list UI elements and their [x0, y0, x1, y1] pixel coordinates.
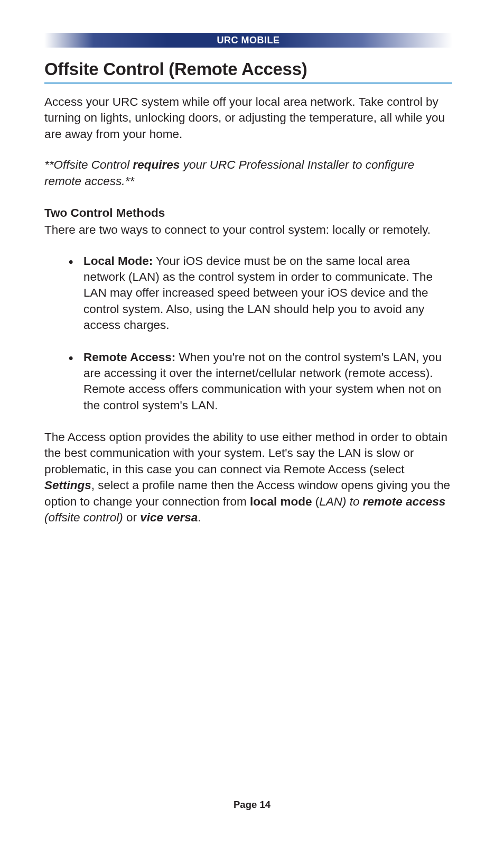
- closing-vice-versa: vice versa: [140, 511, 198, 524]
- subhead: Two Control Methods: [44, 205, 452, 221]
- intro-paragraph: Access your URC system while off your lo…: [44, 94, 452, 142]
- page-footer: Page 14: [0, 799, 504, 811]
- page: URC MOBILE Offsite Control (Remote Acces…: [0, 0, 504, 854]
- closing-local-mode: local mode: [250, 495, 312, 508]
- closing-settings: Settings: [44, 479, 91, 492]
- list-item: Local Mode: Your iOS device must be on t…: [69, 253, 452, 334]
- header-label-main: URC M: [217, 35, 249, 45]
- bullet-label: Remote Access:: [83, 351, 175, 364]
- header-label-sc: OBILE: [249, 35, 280, 45]
- list-item: Remote Access: When you're not on the co…: [69, 350, 452, 414]
- header-label: URC MOBILE: [217, 35, 279, 46]
- note-requires: requires: [133, 158, 180, 171]
- closing-p4: or: [123, 511, 141, 524]
- closing-p1: The Access option provides the ability t…: [44, 430, 447, 476]
- bullet-label: Local Mode:: [83, 254, 153, 268]
- closing-p3: (: [312, 495, 320, 508]
- closing-offsite: (offsite control): [44, 511, 123, 524]
- closing-paragraph: The Access option provides the ability t…: [44, 429, 452, 526]
- header-bar: URC MOBILE: [44, 33, 452, 48]
- closing-remote-access: remote access: [363, 495, 445, 508]
- bullet-list: Local Mode: Your iOS device must be on t…: [44, 253, 452, 414]
- note-paragraph: **Offsite Control requires your URC Prof…: [44, 157, 452, 189]
- closing-lan: LAN) to: [319, 495, 363, 508]
- note-pre: **Offsite Control: [44, 158, 133, 171]
- methods-intro: There are two ways to connect to your co…: [44, 222, 452, 238]
- closing-p5: .: [198, 511, 201, 524]
- page-title: Offsite Control (Remote Access): [44, 59, 452, 84]
